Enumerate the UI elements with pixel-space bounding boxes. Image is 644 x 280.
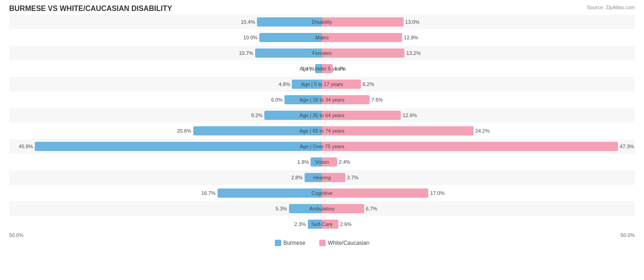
value-burmese: 10.0% bbox=[243, 35, 257, 40]
bar-white bbox=[322, 142, 618, 151]
value-white: 13.2% bbox=[406, 50, 420, 56]
row-label: Cognitive bbox=[311, 190, 333, 196]
value-burmese: 1.8% bbox=[297, 159, 309, 165]
table-row: Age | 65 to 74 years20.6%24.2% bbox=[9, 124, 635, 138]
burmese-label: Burmese bbox=[284, 240, 306, 246]
value-white: 3.7% bbox=[347, 175, 359, 180]
value-white: 17.0% bbox=[430, 190, 444, 196]
row-label: Ambulatory bbox=[309, 206, 335, 211]
table-row: Age | Over 75 years45.9%47.3% bbox=[9, 139, 635, 154]
value-burmese: 16.7% bbox=[202, 190, 216, 196]
value-burmese: 10.7% bbox=[239, 50, 253, 56]
value-burmese: 9.2% bbox=[251, 113, 262, 118]
table-row: Males10.0%12.8% bbox=[9, 30, 635, 45]
source-text: Source: ZipAtlas.com bbox=[587, 5, 635, 10]
value-burmese: 5.3% bbox=[276, 206, 287, 211]
value-burmese: 20.6% bbox=[177, 128, 191, 134]
row-label: Age | 35 to 64 years bbox=[300, 113, 344, 118]
row-label: Age | 5 to 17 years bbox=[301, 81, 343, 87]
bar-white bbox=[322, 188, 428, 198]
white-label: White/Caucasian bbox=[328, 240, 370, 246]
chart-title: BURMESE VS WHITE/CAUCASIAN DISABILITY bbox=[9, 5, 635, 13]
bar-white bbox=[322, 17, 404, 27]
value-burmese: 45.9% bbox=[19, 144, 33, 149]
row-label: Age | Over 75 years bbox=[300, 144, 344, 149]
table-row: Cognitive16.7%17.0% bbox=[9, 186, 635, 200]
table-row: Age | 18 to 34 years6.0%7.6% bbox=[9, 92, 635, 107]
value-white: 6.7% bbox=[366, 206, 377, 211]
legend: Burmese White/Caucasian bbox=[9, 240, 635, 246]
value-white: 24.2% bbox=[475, 128, 490, 134]
value-burmese: 10.4% bbox=[241, 19, 255, 25]
value-white: 12.8% bbox=[404, 35, 418, 40]
table-row: Age | Under 5 years1.1%1.7% bbox=[9, 61, 635, 76]
row-label: Age | 18 to 34 years bbox=[300, 97, 344, 102]
value-white: 7.6% bbox=[371, 97, 383, 102]
table-row: Females10.7%13.2% bbox=[9, 46, 635, 60]
white-color-box bbox=[319, 240, 326, 246]
value-burmese: 6.0% bbox=[271, 97, 283, 102]
row-label: Vision bbox=[315, 159, 329, 165]
chart-area: Disability10.4%13.0%Males10.0%12.8%Femal… bbox=[9, 15, 635, 232]
row-label: Males bbox=[315, 35, 328, 40]
table-row: Hearing2.8%3.7% bbox=[9, 170, 635, 185]
value-white: 2.4% bbox=[339, 159, 350, 165]
axis-label-left: 50.0% bbox=[9, 232, 23, 238]
row-label: Hearing bbox=[313, 175, 331, 180]
axis-label-right: 50.0% bbox=[621, 232, 635, 238]
value-white: 2.6% bbox=[340, 221, 352, 227]
table-row: Ambulatory5.3%6.7% bbox=[9, 201, 635, 216]
row-label: Age | 65 to 74 years bbox=[300, 128, 344, 134]
table-row: Disability10.4%13.0% bbox=[9, 15, 635, 29]
bar-white bbox=[322, 33, 402, 42]
row-label: Disability bbox=[312, 19, 332, 25]
axis-row: 50.0% 50.0% bbox=[9, 232, 635, 238]
row-label: Females bbox=[312, 50, 332, 56]
table-row: Self-Care2.3%2.6% bbox=[9, 217, 635, 232]
table-row: Age | 35 to 64 years9.2%12.6% bbox=[9, 108, 635, 123]
value-white: 13.0% bbox=[405, 19, 420, 25]
bar-burmese bbox=[218, 188, 322, 198]
bar-burmese bbox=[35, 142, 322, 151]
value-white: 6.2% bbox=[363, 81, 374, 87]
bar-white bbox=[322, 48, 404, 58]
chart-container: BURMESE VS WHITE/CAUCASIAN DISABILITY So… bbox=[0, 0, 644, 280]
legend-white: White/Caucasian bbox=[319, 240, 370, 246]
value-burmese: 2.3% bbox=[295, 221, 306, 227]
table-row: Age | 5 to 17 years4.8%6.2% bbox=[9, 77, 635, 92]
value-white: 47.3% bbox=[620, 144, 634, 149]
value-burmese: 2.8% bbox=[291, 175, 303, 180]
value-white: 12.6% bbox=[403, 113, 417, 118]
table-row: Vision1.8%2.4% bbox=[9, 155, 635, 169]
value-burmese: 4.8% bbox=[278, 81, 290, 87]
bar-burmese bbox=[259, 33, 322, 42]
bar-white bbox=[322, 126, 474, 135]
burmese-color-box bbox=[275, 240, 281, 246]
legend-burmese: Burmese bbox=[275, 240, 306, 246]
row-label: Self-Care bbox=[311, 221, 333, 227]
row-label: Age | Under 5 years bbox=[300, 66, 344, 71]
